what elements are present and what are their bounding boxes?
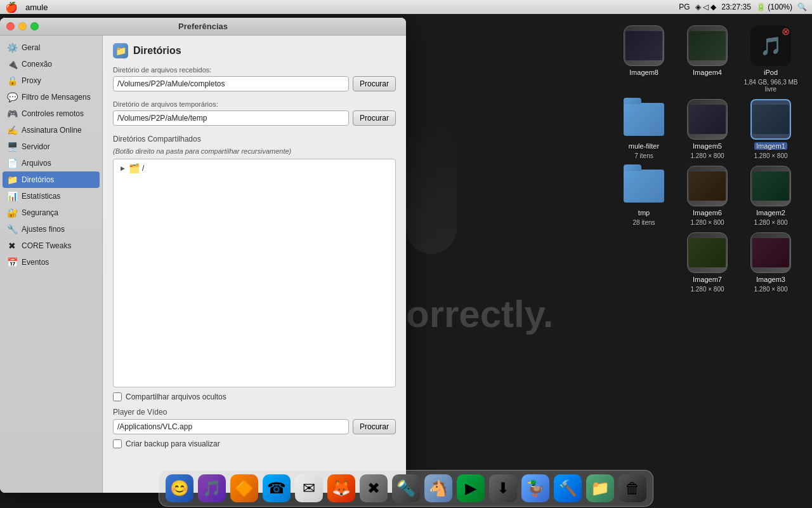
sidebar-label-servidor: Servidor bbox=[22, 142, 50, 151]
sidebar-item-eventos[interactable]: 📅 Eventos bbox=[0, 254, 102, 271]
sidebar-item-core[interactable]: ✖ CORE Tweaks bbox=[0, 237, 102, 254]
desktop-icon-imagem5[interactable]: Imagem5 1.280 × 800 bbox=[679, 99, 736, 159]
dock-item-firefox[interactable]: 🦊 bbox=[326, 473, 357, 504]
icon-sublabel-imagem6: 1.280 × 800 bbox=[690, 219, 724, 226]
desktop-icon-imagem2[interactable]: Imagem2 1.280 × 800 bbox=[742, 166, 799, 226]
icon-sublabel-mule-filter: 7 itens bbox=[634, 152, 653, 159]
dock-item-folder[interactable]: 📁 bbox=[585, 473, 615, 504]
proxy-icon: 🔒 bbox=[6, 75, 18, 86]
icon-label-imagem2: Imagem2 bbox=[756, 209, 785, 217]
desktop-icon-tmp[interactable]: tmp 28 itens bbox=[615, 166, 672, 226]
sidebar-item-conexao[interactable]: 🔌 Conexão bbox=[0, 56, 102, 72]
icon-sublabel-tmp: 28 itens bbox=[632, 219, 655, 226]
sidebar-label-controles: Controles remotos bbox=[22, 109, 84, 118]
dock: 😊 🎵 🔶 ☎ ✉ 🦊 ✖ 🔦 🐴 ▶ ⬇ 🦆 🔨 📁 🗑 bbox=[159, 470, 653, 507]
dock-item-mail[interactable]: ✉ bbox=[294, 473, 324, 504]
sidebar-label-eventos: Eventos bbox=[22, 258, 49, 267]
sidebar-item-seguranca[interactable]: 🔐 Segurança bbox=[0, 204, 102, 221]
section-title-label: Diretórios bbox=[133, 45, 181, 57]
sidebar-item-servidor[interactable]: 🖥️ Servidor bbox=[0, 138, 102, 155]
assinatura-icon: ✍️ bbox=[6, 124, 18, 136]
search-icon[interactable]: 🔍 bbox=[797, 3, 807, 11]
video-path-input[interactable] bbox=[113, 419, 349, 434]
dock-item-trash[interactable]: 🗑 bbox=[617, 473, 648, 504]
sidebar-item-assinatura[interactable]: ✍️ Assinatura Online bbox=[0, 122, 102, 138]
apple-menu[interactable]: 🍎 bbox=[5, 1, 18, 13]
video-player-section: Player de Vídeo Procurar Criar backup pa… bbox=[113, 408, 396, 448]
shared-dirs-label: Diretórios Compartilhados bbox=[113, 135, 396, 144]
dock-item-miro[interactable]: ▶ bbox=[455, 473, 486, 504]
dock-item-vlc[interactable]: 🔶 bbox=[229, 473, 259, 504]
icon-label-imagem4: Imagem4 bbox=[693, 69, 722, 76]
maximize-button[interactable] bbox=[30, 22, 39, 30]
menubar-left: 🍎 amule bbox=[5, 1, 48, 13]
sidebar-label-assinatura: Assinatura Online bbox=[22, 126, 82, 135]
section-heading: 📁 Diretórios bbox=[113, 43, 396, 58]
trash-icon: 🗑 bbox=[619, 474, 646, 502]
sidebar-label-geral: Geral bbox=[22, 43, 40, 52]
tree-root-label: / bbox=[142, 164, 144, 173]
dock-item-itunes[interactable]: 🎵 bbox=[197, 473, 227, 504]
clock: 23:27:35 bbox=[721, 3, 751, 11]
pg-indicator: PG bbox=[679, 3, 690, 11]
sidebar-item-ajustes[interactable]: 🔧 Ajustes finos bbox=[0, 221, 102, 237]
desktop-icon-imagem4[interactable]: Imagem4 bbox=[679, 25, 736, 93]
backup-row: Criar backup para visualizar bbox=[113, 439, 396, 448]
icon-sublabel-imagem3: 1.280 × 800 bbox=[754, 286, 787, 293]
sidebar-item-estatisticas[interactable]: 📊 Estatísticas bbox=[0, 188, 102, 204]
dock-item-transmission[interactable]: ⬇ bbox=[488, 473, 518, 504]
received-dir-group: Diretório de arquivos recebidos: Procura… bbox=[113, 66, 396, 91]
icon-label-ipod: iPod bbox=[764, 69, 778, 76]
folder-icon: 📁 bbox=[586, 474, 614, 502]
close-button[interactable] bbox=[6, 22, 15, 30]
sidebar-item-filtro[interactable]: 💬 Filtro de Mensagens bbox=[0, 89, 102, 105]
finder-icon: 😊 bbox=[166, 474, 193, 502]
sidebar-item-proxy[interactable]: 🔒 Proxy bbox=[0, 72, 102, 89]
transmission-icon: ⬇ bbox=[489, 474, 517, 502]
icon-label-imagem6: Imagem6 bbox=[693, 209, 722, 217]
temp-row: Procurar bbox=[113, 110, 396, 126]
tree-view[interactable]: ▶ 🗂️ / bbox=[113, 159, 396, 387]
tree-item-root[interactable]: ▶ 🗂️ / bbox=[116, 162, 393, 175]
dock-item-skype[interactable]: ☎ bbox=[261, 473, 292, 504]
dock-item-cyberduck[interactable]: 🦆 bbox=[520, 473, 551, 504]
desktop-icon-imagem1[interactable]: Imagem1 1.280 × 800 bbox=[742, 99, 799, 159]
desktop-icon-imagem7[interactable]: Imagem7 1.280 × 800 bbox=[679, 232, 736, 293]
dock-item-spotlight[interactable]: 🔦 bbox=[391, 473, 421, 504]
vlc-icon: 🔶 bbox=[230, 474, 258, 502]
sidebar-label-ajustes: Ajustes finos bbox=[22, 225, 65, 234]
desktop-icon-ipod[interactable]: 🎵 ⊗ iPod 1,84 GB, 966,3 MB livre bbox=[742, 25, 799, 93]
desktop-icon-imagem6[interactable]: Imagem6 1.280 × 800 bbox=[679, 166, 736, 226]
browse-received-button[interactable]: Procurar bbox=[353, 76, 396, 91]
sidebar-item-controles[interactable]: 🎮 Controles remotos bbox=[0, 105, 102, 122]
icon-sublabel-imagem2: 1.280 × 800 bbox=[754, 219, 787, 226]
browse-temp-button[interactable]: Procurar bbox=[353, 110, 396, 126]
desktop-icon-mule-filter[interactable]: mule-filter 7 itens bbox=[615, 99, 672, 159]
sidebar-label-conexao: Conexão bbox=[22, 60, 52, 69]
servidor-icon: 🖥️ bbox=[6, 141, 18, 152]
backup-checkbox[interactable] bbox=[113, 439, 122, 448]
sidebar-item-arquivos[interactable]: 📄 Arquivos bbox=[0, 155, 102, 171]
received-path-input[interactable] bbox=[113, 76, 349, 91]
itunes-icon: 🎵 bbox=[198, 474, 226, 502]
icon-sublabel-imagem7: 1.280 × 800 bbox=[690, 286, 724, 293]
dock-item-xcode[interactable]: 🔨 bbox=[553, 473, 583, 504]
minimize-button[interactable] bbox=[18, 22, 27, 30]
eventos-icon: 📅 bbox=[6, 257, 18, 268]
dock-item-amule[interactable]: 🐴 bbox=[423, 473, 454, 504]
amule-icon: 🐴 bbox=[424, 474, 452, 502]
icon-label-imagem8: Imagem8 bbox=[629, 69, 658, 76]
desktop-icon-imagem3[interactable]: Imagem3 1.280 × 800 bbox=[742, 232, 799, 293]
hidden-files-checkbox[interactable] bbox=[113, 392, 122, 401]
desktop-icon-imagem8[interactable]: Imagem8 bbox=[615, 25, 672, 93]
x11-icon: ✖ bbox=[360, 474, 388, 502]
dock-item-x11[interactable]: ✖ bbox=[358, 473, 389, 504]
tree-arrow[interactable]: ▶ bbox=[119, 164, 126, 172]
sidebar-item-geral[interactable]: ⚙️ Geral bbox=[0, 39, 102, 56]
temp-path-input[interactable] bbox=[113, 110, 349, 126]
sidebar-item-diretorios[interactable]: 📁 Diretórios bbox=[3, 171, 100, 188]
dock-item-finder[interactable]: 😊 bbox=[164, 473, 195, 504]
seguranca-icon: 🔐 bbox=[6, 207, 18, 218]
app-name[interactable]: amule bbox=[25, 3, 48, 12]
browse-video-button[interactable]: Procurar bbox=[353, 419, 396, 434]
